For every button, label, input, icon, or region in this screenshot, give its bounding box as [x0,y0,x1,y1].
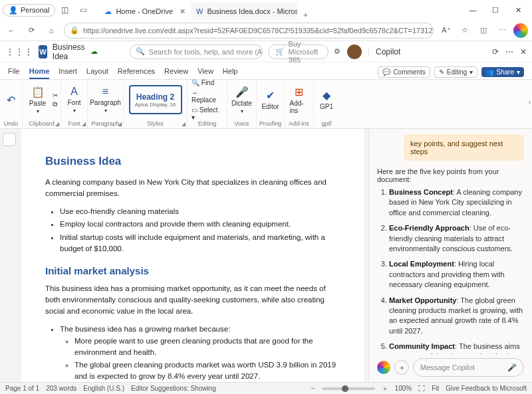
copilot-point: Eco-Friendly Approach: Use of eco-friend… [389,223,524,254]
profile-pill[interactable]: 👤Personal [3,4,55,17]
status-feedback[interactable]: Give Feedback to Microsoft [446,385,527,392]
lock-icon: 🔒 [70,26,79,35]
dialog-launcher-icon[interactable]: ◢ [55,121,59,127]
status-page[interactable]: Page 1 of 1 [5,385,39,392]
copilot-panel: key points, and suggest next steps Here … [368,129,532,382]
paragraph-button[interactable]: ≡Paragraph▾ [87,84,124,115]
zoom-out-button[interactable]: − [311,385,315,392]
replace-button[interactable]: ↔ Replace [192,89,223,104]
copilot-point: Local Employment: Hiring local contracto… [389,259,524,290]
copilot-icon[interactable] [513,23,528,38]
copilot-icon [377,361,390,374]
zoom-in-button[interactable]: ＋ [382,384,388,393]
refresh-button[interactable]: ⟳ [24,23,39,38]
list-item: Use eco-friendly cleaning materials [60,206,340,217]
find-button[interactable]: 🔍 Find [192,79,223,86]
copilot-point: Market Opportunity: The global green cle… [389,296,524,337]
zoom-level[interactable]: 100% [395,385,412,392]
dictate-button[interactable]: 🎤Dictate▾ [229,84,255,116]
search-icon: 🔍 [136,47,145,56]
close-window-button[interactable]: ✕ [507,1,529,19]
cut-icon[interactable]: ✂ [53,92,58,99]
search-placeholder: Search for tools, help, and more (Alt + … [149,48,263,56]
tab-label: Business Idea.docx - Microsoft W [207,7,297,15]
tab-file[interactable]: File [8,67,20,79]
copilot-point: Community Impact: The business aims to c… [389,342,524,354]
select-button[interactable]: ▭ Select ▾ [192,106,223,121]
tab-label: Home - OneDrive [116,7,173,15]
menu-icon[interactable]: ⋯ [495,23,509,38]
tab-insert[interactable]: Insert [59,67,77,79]
tab-view[interactable]: View [198,67,213,79]
split-screen-icon[interactable]: ◫ [476,23,491,38]
list-item: The global green cleaning products marke… [74,359,340,382]
nav-pane-icon[interactable] [3,133,16,146]
editing-mode-button[interactable]: ✎ Editing ▾ [434,66,478,78]
tab-actions-icon[interactable]: ▭ [76,3,90,17]
font-button[interactable]: AFont▾ [63,84,86,115]
tab-layout[interactable]: Layout [86,67,108,79]
maximize-button[interactable]: ☐ [484,1,507,19]
app-launcher-icon[interactable]: ⋮⋮⋮ [5,47,33,57]
copilot-menu-icon[interactable]: ⋯ [505,47,513,56]
buy-label: Buy Microsoft 365 [289,40,321,64]
copilot-input[interactable]: Message Copilot 🎤 [413,358,524,377]
close-icon[interactable]: ✕ [180,7,186,16]
doc-heading2: Initial market analysis [45,264,340,279]
status-lang[interactable]: English (U.S.) [83,385,124,392]
dialog-launcher-icon[interactable]: ◢ [182,121,186,127]
gpt-button[interactable]: ◆GP1 [315,88,338,112]
undo-button[interactable]: ↶ [0,92,23,108]
status-fit[interactable]: Fit [432,385,439,392]
back-button[interactable]: ← [4,23,19,38]
copy-icon[interactable]: ⧉ [53,100,58,108]
list-item: The business idea has a growing market b… [60,324,340,382]
tab-references[interactable]: References [118,67,155,79]
new-tab-button[interactable]: ＋ [297,10,313,20]
dialog-launcher-icon[interactable]: ◢ [118,121,122,127]
close-copilot-icon[interactable]: ✕ [520,47,527,56]
comments-button[interactable]: 💬 Comments [378,66,430,78]
read-aloud-icon[interactable]: A⁺ [439,23,454,38]
document-canvas[interactable]: Business Idea A cleaning company based i… [21,129,364,382]
copilot-point: Business Concept: A cleaning company bas… [389,187,524,218]
zoom-slider[interactable] [322,387,375,390]
word-icon: W [39,45,47,58]
browser-tab-onedrive[interactable]: ☁ Home - OneDrive ✕ [99,3,191,20]
address-bar[interactable]: 🔒 https://onedrive.live.com/edit.aspx?re… [64,23,434,39]
doc-name[interactable]: Business Idea [53,43,85,61]
addins-button[interactable]: ⊞Add-ins [287,84,311,116]
fit-icon[interactable]: ⛶ [418,385,425,392]
status-editor[interactable]: Editor Suggestions: Showing [131,385,216,392]
share-button[interactable]: 👥 Share ▾ [481,67,524,77]
list-item: More people want to use green cleaning p… [74,336,340,359]
copilot-suggestion[interactable]: key points, and suggest next steps [404,134,524,161]
editor-button[interactable]: ✔Editor [259,88,283,112]
status-words[interactable]: 203 words [46,385,76,392]
mic-icon[interactable]: 🎤 [507,363,517,372]
settings-icon[interactable]: ⚙ [334,47,340,56]
home-button[interactable]: ⌂ [44,23,59,38]
refresh-copilot-icon[interactable]: ⟳ [492,47,499,56]
copilot-add-button[interactable]: ＋ [394,360,409,375]
cart-icon: 🛒 [275,47,285,56]
avatar[interactable] [347,45,362,59]
url-text: https://onedrive.live.com/edit.aspx?resi… [83,27,434,35]
search-input[interactable]: 🔍 Search for tools, help, and more (Alt … [130,45,263,59]
tab-help[interactable]: Help [223,67,238,79]
style-heading2[interactable]: Heading 2 Aptos Display, 16 [129,85,182,114]
paste-button[interactable]: 📋Paste▾ [26,84,50,116]
dialog-launcher-icon[interactable]: ◢ [82,121,86,127]
doc-heading1: Business Idea [45,153,340,170]
minimize-button[interactable]: ― [462,1,484,19]
browser-tab-word[interactable]: W Business Idea.docx - Microsoft W ✕ [191,3,297,20]
workspaces-icon[interactable]: ◫ [58,3,71,17]
favorite-icon[interactable]: ☆ [458,23,472,38]
tab-review[interactable]: Review [164,67,188,79]
tab-home[interactable]: Home [29,67,50,79]
list-item: Employ local contractors and provide the… [60,219,340,230]
ribbon-scroll-right[interactable]: › [529,98,531,106]
doc-para: This business idea has a promising marke… [45,283,340,318]
buy-button[interactable]: 🛒 Buy Microsoft 365 [268,45,329,59]
doc-para: A cleaning company based in New York Cit… [45,177,340,200]
